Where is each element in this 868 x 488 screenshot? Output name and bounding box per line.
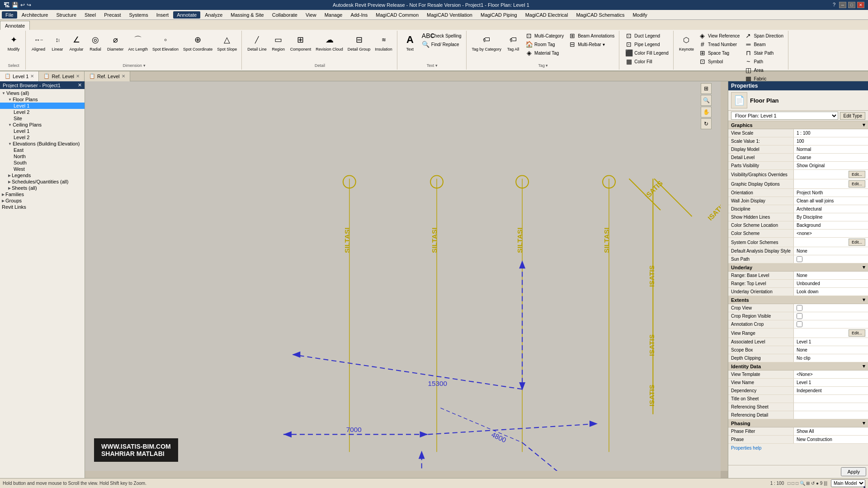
quick-access-save[interactable]: 💾 xyxy=(12,2,19,8)
tag-all-button[interactable]: 🏷 Tag All xyxy=(504,32,522,52)
modify-button[interactable]: ✦ Modify xyxy=(5,32,23,52)
tree-item-legends[interactable]: ▶ Legends xyxy=(0,172,85,178)
menu-magicad-piping[interactable]: MagiCAD Piping xyxy=(477,11,521,19)
visibility-edit-button[interactable]: Edit... xyxy=(849,171,865,178)
component-button[interactable]: ⊞ Component xyxy=(288,32,313,52)
section-extents[interactable]: Extents ▾ xyxy=(728,296,868,304)
menu-magicad-electrical[interactable]: MagiCAD Electrical xyxy=(522,11,572,19)
material-tag-button[interactable]: ◈ Material Tag xyxy=(523,49,566,57)
graphic-display-edit-button[interactable]: Edit... xyxy=(849,180,865,188)
horizontal-scrollbar[interactable] xyxy=(85,471,721,478)
tree-item-west[interactable]: West xyxy=(0,166,85,172)
menu-addins[interactable]: Add-Ins xyxy=(347,11,371,19)
multi-rebar-button[interactable]: ⊟ Multi-Rebar ▾ xyxy=(566,40,616,48)
tree-item-families[interactable]: ▶ Families xyxy=(0,191,85,197)
arc-length-button[interactable]: ⌒ Arc Length xyxy=(127,32,150,52)
space-tag-button[interactable]: ⊞ Space Tag xyxy=(697,49,741,57)
menu-insert[interactable]: Insert xyxy=(153,11,173,19)
detail-group-button[interactable]: ⊟ Detail Group xyxy=(346,32,373,52)
apply-button[interactable]: Apply xyxy=(841,467,866,476)
tab-annotate[interactable]: Annotate xyxy=(0,21,30,30)
spot-elevation-button[interactable]: ◦ Spot Elevation xyxy=(151,32,180,52)
multi-category-button[interactable]: ⊡ Multi-Category xyxy=(523,32,566,40)
section-phasing[interactable]: Phasing ▾ xyxy=(728,419,868,427)
revision-cloud-button[interactable]: ☁ Revision Cloud xyxy=(314,32,345,52)
region-button[interactable]: ▭ Region xyxy=(269,32,288,52)
menu-magicad-ventilation[interactable]: MagiCAD Ventilation xyxy=(423,11,476,19)
vertical-scrollbar[interactable] xyxy=(721,81,728,471)
help-icon[interactable]: ? xyxy=(831,2,837,8)
tree-item-elevations[interactable]: ▼ Elevations (Building Elevation) xyxy=(0,141,85,147)
tree-item-level1[interactable]: Level 1 xyxy=(0,103,85,109)
menu-steel[interactable]: Steel xyxy=(81,11,99,19)
tree-item-south[interactable]: South xyxy=(0,160,85,166)
quick-access-undo[interactable]: ↩ xyxy=(20,2,25,8)
spot-slope-button[interactable]: △ Spot Slope xyxy=(215,32,239,52)
radial-button[interactable]: ◎ Radial xyxy=(86,32,104,52)
menu-annotate[interactable]: Annotate xyxy=(173,11,200,19)
section-underlay[interactable]: Underlay ▾ xyxy=(728,263,868,272)
minimize-button[interactable]: ─ xyxy=(839,2,846,8)
show-desktop-button[interactable] xyxy=(863,486,865,488)
quick-access-redo[interactable]: ↪ xyxy=(27,2,31,8)
section-phasing-collapse[interactable]: ▾ xyxy=(863,420,865,426)
section-extents-collapse[interactable]: ▾ xyxy=(863,297,865,303)
menu-view[interactable]: View xyxy=(302,11,320,19)
spot-coordinate-button[interactable]: ⊕ Spot Coordinate xyxy=(181,32,214,52)
tree-item-views-all[interactable]: ▼ Views (all) xyxy=(0,90,85,96)
linear-button[interactable]: ↕| Linear xyxy=(48,32,66,52)
properties-help-link[interactable]: Properties help xyxy=(728,444,868,452)
tree-item-ceiling-level2[interactable]: Level 2 xyxy=(0,134,85,141)
span-direction-button[interactable]: ↗ Span Direction xyxy=(742,32,785,40)
tree-item-east[interactable]: East xyxy=(0,147,85,153)
detail-line-button[interactable]: ╱ Detail Line xyxy=(245,32,269,52)
close-button[interactable]: ✕ xyxy=(857,2,864,8)
menu-modify[interactable]: Modify xyxy=(629,11,651,19)
check-spelling-button[interactable]: ABC Check Spelling xyxy=(420,32,463,40)
project-browser-content[interactable]: ▼ Views (all) ▼ Floor Plans Level 1 Leve… xyxy=(0,89,85,478)
tree-item-groups[interactable]: ▶ Groups xyxy=(0,197,85,204)
tree-item-revit-links[interactable]: Revit Links xyxy=(0,204,85,210)
orbit-button[interactable]: ↻ xyxy=(701,118,712,129)
menu-systems[interactable]: Systems xyxy=(125,11,151,19)
section-identity-collapse[interactable]: ▾ xyxy=(863,363,865,369)
stair-path-button[interactable]: ⊓ Stair Path xyxy=(742,49,785,57)
section-graphics[interactable]: Graphics ▾ xyxy=(728,121,868,129)
tag-by-category-button[interactable]: 🏷 Tag by Category xyxy=(470,32,504,52)
edit-type-button[interactable]: Edit Type xyxy=(840,112,865,120)
color-fill-legend-button[interactable]: ⬛ Color Fill Legend xyxy=(623,49,670,57)
menu-massing[interactable]: Massing & Site xyxy=(227,11,267,19)
menu-analyze[interactable]: Analyze xyxy=(201,11,226,19)
keynote-button[interactable]: ⬡ Keynote xyxy=(677,32,696,52)
tab-ref-level1-close[interactable]: ✕ xyxy=(76,74,80,79)
system-color-edit-button[interactable]: Edit... xyxy=(849,239,865,246)
room-tag-button[interactable]: 🏠 Room Tag xyxy=(523,40,566,48)
section-underlay-collapse[interactable]: ▾ xyxy=(863,264,865,270)
tab-ref-level1[interactable]: 📋 Ref. Level ✕ xyxy=(39,71,85,81)
sun-path-checkbox[interactable] xyxy=(797,256,802,262)
menu-collaborate[interactable]: Collaborate xyxy=(269,11,301,19)
project-browser-close[interactable]: ✕ xyxy=(78,82,82,88)
tree-item-sheets[interactable]: ▶ Sheets (all) xyxy=(0,185,85,191)
tab-ref-level2[interactable]: 📋 Ref. Level ✕ xyxy=(85,71,130,81)
maximize-button[interactable]: □ xyxy=(848,2,855,8)
menu-precast[interactable]: Precast xyxy=(100,11,124,19)
annotation-crop-checkbox[interactable] xyxy=(797,321,802,327)
find-replace-button[interactable]: 🔍 Find/ Replace xyxy=(420,40,463,48)
tree-item-north[interactable]: North xyxy=(0,153,85,160)
pipe-legend-button[interactable]: ⊡ Pipe Legend xyxy=(623,40,670,48)
section-graphics-collapse[interactable]: ▾ xyxy=(863,122,865,128)
tab-level1-close[interactable]: ✕ xyxy=(30,74,34,79)
tree-item-ceiling-level1[interactable]: Level 1 xyxy=(0,128,85,134)
view-range-edit-button[interactable]: Edit... xyxy=(849,329,865,337)
color-fill-button[interactable]: ▦ Color Fill xyxy=(623,57,670,66)
tree-item-schedules[interactable]: ▶ Schedules/Quantities (all) xyxy=(0,178,85,185)
menu-magicad-schematics[interactable]: MagiCAD Schematics xyxy=(572,11,628,19)
menu-file[interactable]: File xyxy=(2,11,17,19)
tree-item-floor-plans[interactable]: ▼ Floor Plans xyxy=(0,96,85,103)
menu-magicad-common[interactable]: MagiCAD Common xyxy=(372,11,422,19)
section-identity[interactable]: Identity Data ▾ xyxy=(728,362,868,371)
view-reference-button[interactable]: ◈ View Reference xyxy=(697,32,741,40)
diameter-button[interactable]: ⌀ Diameter xyxy=(105,32,126,52)
viewport[interactable]: ⊞ 🔍 ✋ ↻ xyxy=(85,81,721,471)
